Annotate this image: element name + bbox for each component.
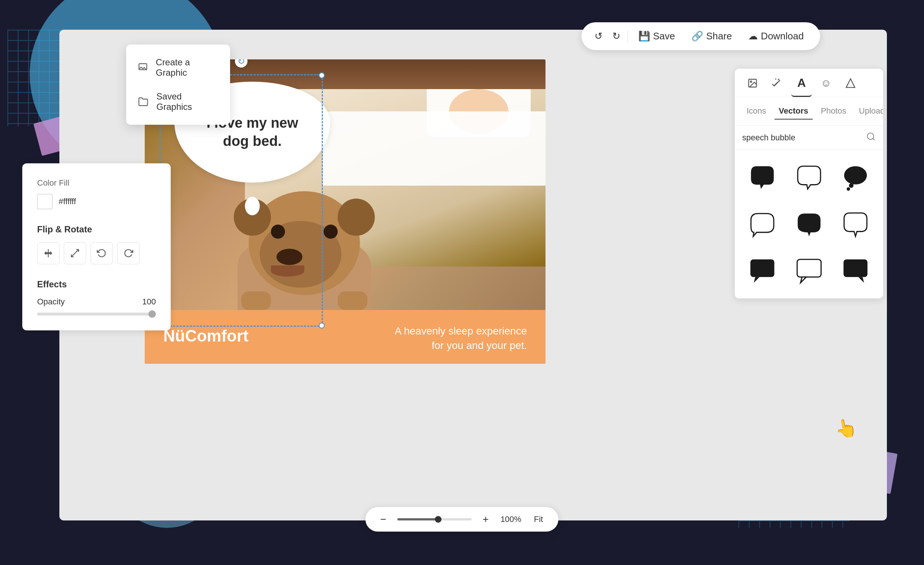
share-icon: 🔗 xyxy=(692,30,703,42)
panel-icon-shape[interactable] xyxy=(840,76,861,97)
effects-label: Effects xyxy=(37,279,156,290)
download-icon: ☁ xyxy=(748,30,758,42)
redo-button[interactable]: ↻ xyxy=(610,30,623,43)
svg-line-2 xyxy=(71,249,79,257)
vector-item-8[interactable] xyxy=(789,251,829,291)
zoom-percent: 100% xyxy=(500,514,522,524)
opacity-slider-fill xyxy=(37,313,156,316)
menu-item-create-graphic-label: Create a Graphic xyxy=(156,57,219,78)
create-graphic-icon xyxy=(137,62,148,74)
vector-item-4[interactable] xyxy=(742,204,783,244)
color-fill-row: #ffffff xyxy=(37,194,156,209)
zoom-in-button[interactable]: + xyxy=(479,512,492,526)
svg-point-4 xyxy=(750,81,752,83)
tab-uploads[interactable]: Uploads xyxy=(855,103,883,120)
color-value: #ffffff xyxy=(58,197,76,206)
canvas-tagline: A heavenly sleep experience for you and … xyxy=(395,324,527,353)
right-panel-tabs: Icons Vectors Photos Uploads ☆ xyxy=(735,97,883,126)
svg-line-10 xyxy=(873,138,874,140)
tab-photos[interactable]: Photos xyxy=(816,103,851,120)
svg-marker-15 xyxy=(754,277,760,282)
download-button[interactable]: ☁ Download xyxy=(742,27,810,45)
color-fill-label: Color Fill xyxy=(37,178,156,188)
search-icon[interactable] xyxy=(866,132,876,144)
right-panel: A ☺ Icons Vectors Photos Uploads ☆ xyxy=(735,69,883,299)
zoom-slider[interactable] xyxy=(398,518,472,520)
tab-vectors[interactable]: Vectors xyxy=(774,103,813,120)
download-label: Download xyxy=(761,30,804,42)
opacity-slider-thumb[interactable] xyxy=(148,310,156,318)
pug-dog xyxy=(219,184,390,310)
panel-icon-wand[interactable] xyxy=(766,76,788,97)
menu-item-saved-graphics-label: Saved Graphics xyxy=(157,91,219,112)
canvas-brand-name: NüComfort xyxy=(163,327,249,345)
saved-graphics-icon xyxy=(137,96,149,108)
zoom-bar: − + 100% Fit xyxy=(366,507,558,532)
vector-item-1[interactable] xyxy=(742,158,783,198)
flip-rotate-row xyxy=(37,242,156,264)
vector-item-3[interactable] xyxy=(835,158,876,198)
flip-rotate-label: Flip & Rotate xyxy=(37,224,156,234)
zoom-fit-button[interactable]: Fit xyxy=(530,512,548,526)
left-panel: Color Fill #ffffff Flip & Rotate xyxy=(22,163,171,331)
save-label: Save xyxy=(653,30,675,42)
svg-point-12 xyxy=(849,183,854,188)
menu-item-create-graphic[interactable]: Create a Graphic xyxy=(126,51,230,85)
flip-vertical-button[interactable] xyxy=(64,242,86,264)
vector-item-7[interactable] xyxy=(742,251,783,291)
person-body xyxy=(323,111,546,186)
top-toolbar: ↺ ↻ 💾 Save 🔗 Share ☁ Download xyxy=(582,22,820,50)
save-icon: 💾 xyxy=(638,30,650,42)
vectors-grid xyxy=(735,150,883,299)
svg-marker-17 xyxy=(800,277,806,282)
vector-item-6[interactable] xyxy=(835,204,876,244)
menu-item-saved-graphics[interactable]: Saved Graphics xyxy=(126,85,230,119)
svg-point-13 xyxy=(847,188,850,191)
zoom-slider-fill xyxy=(398,518,438,520)
svg-rect-14 xyxy=(750,260,774,277)
speech-bubble-tail xyxy=(245,197,260,215)
svg-point-11 xyxy=(844,166,867,185)
svg-point-9 xyxy=(867,133,873,139)
share-button[interactable]: 🔗 Share xyxy=(686,27,738,45)
svg-rect-16 xyxy=(797,260,821,277)
search-input[interactable] xyxy=(742,133,862,143)
opacity-value: 100 xyxy=(142,297,156,307)
svg-rect-18 xyxy=(843,260,868,277)
vector-item-2[interactable] xyxy=(789,158,829,198)
svg-marker-19 xyxy=(858,277,864,282)
share-label: Share xyxy=(706,30,732,42)
panel-icon-text[interactable]: A xyxy=(791,76,812,97)
toolbar-divider xyxy=(627,31,628,42)
flip-horizontal-button[interactable] xyxy=(37,242,59,264)
panel-icon-emoji[interactable]: ☺ xyxy=(816,76,836,97)
opacity-row: Opacity 100 xyxy=(37,297,156,307)
svg-marker-8 xyxy=(846,79,855,87)
tab-icons[interactable]: Icons xyxy=(742,103,771,120)
vector-item-9[interactable] xyxy=(835,251,876,291)
color-swatch[interactable] xyxy=(37,194,53,209)
right-panel-icon-row: A ☺ xyxy=(735,69,883,97)
zoom-slider-thumb[interactable] xyxy=(435,516,442,523)
opacity-label: Opacity xyxy=(37,297,65,307)
opacity-slider[interactable] xyxy=(37,313,156,316)
rotate-cw-button[interactable] xyxy=(117,242,140,264)
search-row xyxy=(735,126,883,150)
svg-line-7 xyxy=(778,79,779,80)
vector-item-5[interactable] xyxy=(789,204,829,244)
undo-button[interactable]: ↺ xyxy=(592,30,605,43)
panel-icon-image[interactable] xyxy=(742,76,763,97)
canvas-bottom-bar: NüComfort A heavenly sleep experience fo… xyxy=(145,310,546,364)
menu-dropdown: Create a Graphic Saved Graphics xyxy=(126,45,230,125)
zoom-out-button[interactable]: − xyxy=(376,512,390,526)
rotate-ccw-button[interactable] xyxy=(90,242,113,264)
save-button[interactable]: 💾 Save xyxy=(632,27,681,45)
